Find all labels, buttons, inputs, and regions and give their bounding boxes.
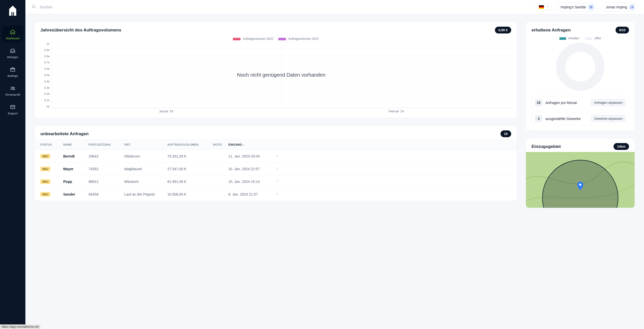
sidebar-item-auftraege[interactable]: Aufträge <box>2 63 23 80</box>
table-row[interactable]: NEU Popp 86812 Wiesloch 81.691,00 € 10. … <box>35 175 517 188</box>
sidebar-item-label: Anfragen <box>7 56 19 59</box>
language-picker[interactable] <box>535 4 552 11</box>
sidebar-item-anfragen[interactable]: Anfragen <box>2 44 23 61</box>
company-avatar: IS <box>588 4 594 10</box>
search-icon <box>31 4 36 10</box>
sidebar-item-firmenprofil[interactable]: Firmenprofil <box>2 82 23 99</box>
table-count-badge: 10 <box>501 130 511 137</box>
legend-open: offen <box>585 37 601 40</box>
legend-series-2023: Auftragsvolumen 2023 <box>278 37 319 41</box>
card-title: unbearbeitete Anfragen <box>40 131 89 136</box>
card-overview-chart: Jahresübersicht des Auftragsvolumens 0,0… <box>35 22 517 118</box>
col-plz[interactable]: POSTLEITZAHL <box>89 143 124 146</box>
svg-rect-2 <box>11 68 15 71</box>
chart-y-axis: 1k 0.9k 0.8k 0.7k 0.6k 0.5k 0.4k 0.3k 0.… <box>40 42 51 108</box>
col-name[interactable]: NAME <box>63 143 89 146</box>
status-badge: NEU <box>40 154 50 159</box>
sidebar: Dashboard Anfragen Aufträge Firmenprofil… <box>0 0 25 216</box>
col-status[interactable]: STATUS <box>40 143 63 146</box>
stat-label: Anfragen pro Monat <box>545 101 577 105</box>
requests-count-badge: 0/10 <box>616 27 629 33</box>
cell-eingang: 10. Jan. 2024 22:57 <box>228 167 269 171</box>
svg-rect-1 <box>12 12 13 16</box>
chevron-right-icon <box>269 192 279 197</box>
topbar: Imping's Sanitär IS Jonas Imping JI <box>25 0 644 14</box>
svg-point-3 <box>11 87 13 89</box>
coverage-map[interactable] <box>526 152 635 208</box>
user-picker[interactable]: Jonas Imping JI <box>602 3 638 12</box>
cell-name: Sander <box>63 192 89 196</box>
cell-eingang: 8. Jan. 2024 21:07 <box>228 192 269 196</box>
chart-total-badge: 0,00 € <box>495 27 511 33</box>
donut-chart <box>556 43 604 91</box>
sidebar-item-label: Firmenprofil <box>5 93 20 96</box>
search-wrap <box>31 4 530 10</box>
company-name: Imping's Sanitär <box>561 5 586 9</box>
cell-volumen: 27.547,00 € <box>167 167 213 171</box>
radius-badge: 14km <box>614 143 629 150</box>
table-row[interactable]: NEU Berndt 29642 Ottobrunn 75.331,00 € 1… <box>35 150 517 163</box>
col-volumen[interactable]: AUFTRAGSVOLUMEN <box>167 143 213 146</box>
table-row[interactable]: NEU Mayer 74352 Waghäusel 27.547,00 € 10… <box>35 163 517 175</box>
status-badge: NEU <box>40 179 50 184</box>
card-unprocessed-requests: unbearbeitete Anfragen 10 STATUS NAME PO… <box>35 126 517 201</box>
stat-requests-per-month: 10 Anfragen pro Monat Anfragen anpassen <box>532 96 629 109</box>
chart-x-axis: Januar '24 Februar '24 <box>51 110 511 113</box>
legend-swatch-icon <box>585 37 592 40</box>
legend-swatch-icon <box>559 37 566 40</box>
cell-ort: Ottobrunn <box>124 154 167 158</box>
stat-selected-trades: 3 ausgewählte Gewerke Gewerke anpassen <box>532 112 629 125</box>
card-title: Jahresübersicht des Auftragsvolumens <box>40 28 121 33</box>
cell-ort: Wiesloch <box>124 180 167 184</box>
legend-series-2022: Auftragsvolumen 2022 <box>233 37 273 41</box>
flag-de-icon <box>539 5 544 9</box>
cell-plz: 86812 <box>89 180 124 184</box>
search-input[interactable] <box>40 5 530 9</box>
cell-ort: Lauf an der Pegnitz <box>124 192 167 196</box>
cell-plz: 84458 <box>89 192 124 196</box>
user-avatar: JI <box>629 4 635 10</box>
status-badge: NEU <box>40 192 50 197</box>
stat-label: ausgewählte Gewerke <box>545 117 581 121</box>
sidebar-item-support[interactable]: Support <box>2 101 23 117</box>
cell-ort: Waghäusel <box>124 167 167 171</box>
adjust-requests-button[interactable]: Anfragen anpassen <box>590 99 626 107</box>
inbox-icon <box>10 48 15 54</box>
stat-count: 10 <box>535 99 542 106</box>
sidebar-item-label: Support <box>8 112 18 115</box>
col-ort[interactable]: ORT <box>124 143 167 146</box>
cell-volumen: 10.508,00 € <box>167 192 213 196</box>
stat-count: 3 <box>535 115 542 122</box>
company-picker[interactable]: Imping's Sanitär IS <box>557 3 597 12</box>
app-logo <box>9 5 17 17</box>
svg-point-6 <box>32 5 35 8</box>
box-icon <box>10 67 15 72</box>
sidebar-item-label: Aufträge <box>7 74 18 77</box>
cell-volumen: 81.691,00 € <box>167 180 213 184</box>
table-row[interactable]: NEU Sander 84458 Lauf an der Pegnitz 10.… <box>35 188 517 201</box>
users-icon <box>10 85 15 91</box>
cell-plz: 29642 <box>89 154 124 158</box>
col-eingang[interactable]: EINGANG ↓ <box>228 143 269 146</box>
chevron-down-icon <box>546 5 549 9</box>
cell-eingang: 10. Jan. 2024 15:14 <box>228 180 269 184</box>
chevron-right-icon <box>269 154 279 158</box>
cell-name: Popp <box>63 180 89 184</box>
cell-name: Berndt <box>63 154 89 158</box>
sort-desc-icon: ↓ <box>243 143 245 146</box>
mail-icon <box>10 104 15 110</box>
cell-plz: 74352 <box>89 167 124 171</box>
card-title: erhaltene Anfragen <box>532 28 571 33</box>
user-name: Jonas Imping <box>606 5 627 9</box>
adjust-trades-button[interactable]: Gewerke anpassen <box>591 115 626 123</box>
legend-swatch-icon <box>278 38 286 40</box>
col-notiz[interactable]: NOTIZ <box>213 143 228 146</box>
legend-received: erhalten <box>559 37 579 40</box>
sidebar-item-label: Dashboard <box>6 37 20 40</box>
chevron-right-icon <box>269 179 279 184</box>
chart-plot-area: Noch nicht genügend Daten vorhanden <box>51 42 511 108</box>
sidebar-item-dashboard[interactable]: Dashboard <box>2 26 23 42</box>
status-badge: NEU <box>40 167 50 171</box>
chart-empty-state: Noch nicht genügend Daten vorhanden <box>51 42 511 108</box>
svg-point-7 <box>579 183 582 186</box>
